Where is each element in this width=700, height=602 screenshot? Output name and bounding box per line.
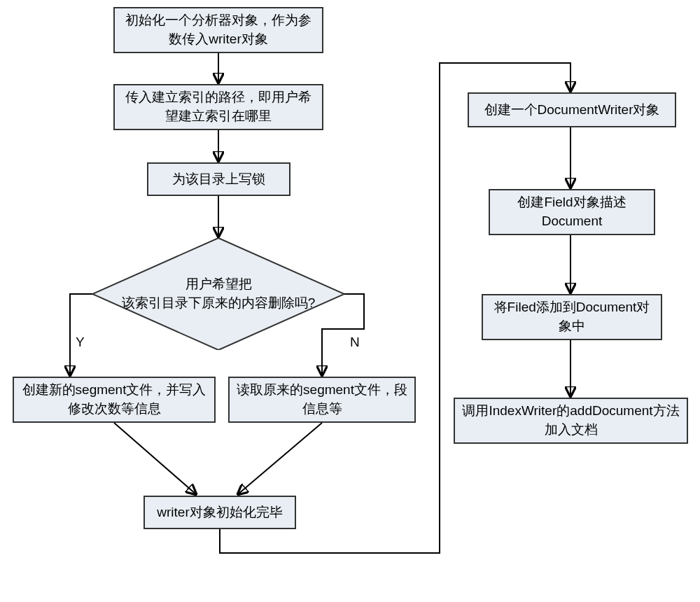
node-text: 创建一个DocumentWriter对象	[484, 101, 660, 120]
node-text: 调用IndexWriter的addDocument方法加入文档	[462, 402, 680, 439]
node-text: 初始化一个分析器对象，作为参数传入writer对象	[122, 11, 315, 48]
node-read-segment: 读取原来的segment文件，段信息等	[228, 377, 416, 423]
node-index-path: 传入建立索引的路径，即用户希望建立索引在哪里	[113, 84, 323, 130]
node-writer-done: writer对象初始化完毕	[144, 496, 296, 529]
node-add-document: 调用IndexWriter的addDocument方法加入文档	[454, 398, 688, 444]
decision-delete-content: 用户希望把 该索引目录下原来的内容删除吗?	[92, 238, 344, 350]
node-create-docwriter: 创建一个DocumentWriter对象	[468, 92, 676, 127]
node-text: 创建Field对象描述Document	[497, 193, 647, 230]
node-add-field: 将Filed添加到Document对象中	[482, 294, 662, 340]
node-text: 将Filed添加到Document对象中	[490, 298, 654, 335]
svg-line-6	[114, 423, 196, 494]
node-create-field: 创建Field对象描述Document	[489, 189, 655, 235]
node-create-segment: 创建新的segment文件，并写入修改次数等信息	[13, 377, 216, 423]
decision-text: 用户希望把 该索引目录下原来的内容删除吗?	[105, 275, 332, 312]
node-init-analyzer: 初始化一个分析器对象，作为参数传入writer对象	[113, 7, 323, 53]
node-write-lock: 为该目录上写锁	[147, 162, 290, 196]
branch-label-no: N	[350, 335, 360, 350]
node-text: 传入建立索引的路径，即用户希望建立索引在哪里	[122, 88, 315, 125]
node-text: 读取原来的segment文件，段信息等	[237, 381, 407, 418]
svg-line-7	[238, 423, 322, 494]
node-text: 创建新的segment文件，并写入修改次数等信息	[21, 381, 207, 418]
node-text: writer对象初始化完毕	[157, 503, 282, 522]
node-text: 为该目录上写锁	[172, 170, 265, 189]
branch-label-yes: Y	[76, 335, 85, 350]
